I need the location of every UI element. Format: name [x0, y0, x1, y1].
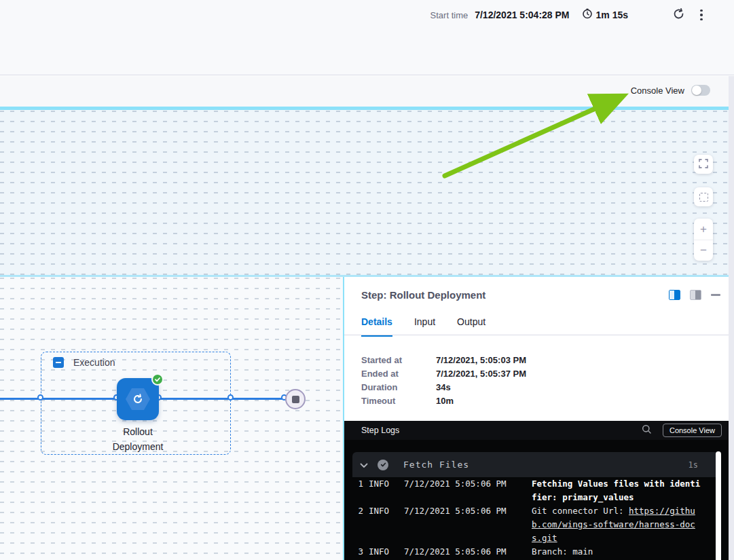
- search-icon[interactable]: [642, 424, 652, 437]
- fit-to-screen-icon: [699, 193, 708, 202]
- field-value: 7/12/2021, 5:05:03 PM: [436, 355, 526, 365]
- page-scrollbar[interactable]: [729, 76, 734, 560]
- field-label: Ended at: [361, 369, 436, 379]
- log-message: Branch: main: [532, 545, 701, 559]
- log-group-fetch-files[interactable]: Fetch Files 1s: [352, 452, 718, 477]
- logs-console-view-button[interactable]: Console View: [663, 424, 722, 437]
- step-logs-title: Step Logs: [361, 426, 399, 435]
- field-ended-at: Ended at 7/12/2021, 5:05:37 PM: [361, 367, 526, 380]
- node-caption-line2: Deployment: [84, 439, 192, 454]
- log-level: INFO: [369, 477, 394, 491]
- fullscreen-button[interactable]: [694, 155, 713, 174]
- log-line-number: 1: [352, 477, 363, 491]
- field-value: 10m: [436, 396, 454, 406]
- log-group-name: Fetch Files: [403, 460, 469, 470]
- logs-scrollbar-thumb[interactable]: [716, 451, 721, 560]
- execution-header: Start time 7/12/2021 5:04:28 PM 1m 15s: [0, 0, 734, 75]
- minimize-panel-button[interactable]: [711, 294, 720, 296]
- split-view-right-icon[interactable]: [669, 290, 680, 300]
- refresh-button[interactable]: [670, 7, 686, 23]
- zoom-in-button[interactable]: +: [694, 219, 713, 240]
- tab-details[interactable]: Details: [361, 316, 392, 337]
- canvas-controls: + −: [694, 155, 713, 261]
- field-label: Timeout: [361, 396, 436, 406]
- field-label: Duration: [361, 382, 436, 392]
- view-options-bar: Console View: [0, 76, 734, 107]
- fullscreen-icon: [699, 159, 708, 170]
- header-meta: Start time 7/12/2021 5:04:28 PM 1m 15s: [430, 7, 710, 23]
- log-line-number: 3: [352, 545, 363, 559]
- connector-dot: [37, 394, 43, 400]
- log-line-number: 2: [352, 504, 363, 518]
- toggle-knob: [692, 86, 701, 95]
- logs-viewer[interactable]: Fetch Files 1s 1 INFO 7/12/2021 5:05:06 …: [344, 440, 734, 560]
- panel-title: Step: Rollout Deployment: [361, 289, 485, 301]
- success-check-icon: [151, 373, 164, 386]
- start-time-value: 7/12/2021 5:04:28 PM: [475, 10, 569, 20]
- log-message: Git connector Url: https://github.com/wi…: [532, 504, 701, 545]
- pipeline-end-node[interactable]: [285, 389, 306, 409]
- log-group-duration: 1s: [689, 460, 698, 470]
- console-view-toggle[interactable]: [691, 85, 710, 96]
- field-value: 34s: [436, 382, 451, 392]
- log-lines: 1 INFO 7/12/2021 5:05:06 PM Fetching Val…: [352, 477, 718, 559]
- start-time-label: Start time: [430, 10, 469, 20]
- step-logs-header: Step Logs Console View: [344, 421, 734, 440]
- fit-to-screen-button[interactable]: [694, 187, 713, 206]
- log-timestamp: 7/12/2021 5:05:06 PM: [404, 477, 507, 491]
- stop-icon: [292, 396, 299, 403]
- connector-dot: [227, 394, 234, 400]
- pipeline-execution-page: Start time 7/12/2021 5:04:28 PM 1m 15s C…: [0, 0, 734, 560]
- panel-actions: [669, 290, 720, 300]
- rollout-deployment-node[interactable]: [117, 378, 159, 420]
- console-view-label: Console View: [631, 86, 684, 96]
- node-caption-line1: Rollout: [84, 424, 192, 439]
- chevron-down-icon: [360, 458, 368, 471]
- kebab-menu-icon: [700, 10, 703, 21]
- field-value: 7/12/2021, 5:05:37 PM: [436, 369, 526, 379]
- log-message-text: Git connector Url:: [532, 506, 629, 516]
- panel-header: Step: Rollout Deployment: [361, 289, 720, 301]
- tab-output[interactable]: Output: [457, 316, 485, 337]
- clock-icon: [582, 8, 593, 22]
- zoom-out-button[interactable]: −: [694, 240, 713, 261]
- logs-actions: Console View: [642, 424, 722, 437]
- elapsed-value: 1m 15s: [596, 10, 628, 20]
- tab-input[interactable]: Input: [414, 316, 435, 337]
- execution-group-label: Execution: [73, 357, 115, 368]
- field-timeout: Timeout 10m: [361, 394, 526, 407]
- field-started-at: Started at 7/12/2021, 5:05:03 PM: [361, 353, 526, 367]
- log-row: 2 INFO 7/12/2021 5:05:06 PM Git connecto…: [352, 504, 718, 545]
- field-label: Started at: [361, 355, 436, 365]
- field-duration: Duration 34s: [361, 380, 526, 394]
- elapsed-time: 1m 15s: [582, 8, 628, 22]
- step-detail-fields: Started at 7/12/2021, 5:05:03 PM Ended a…: [361, 353, 526, 407]
- group-success-icon: [378, 460, 388, 470]
- log-row: 1 INFO 7/12/2021 5:05:06 PM Fetching Val…: [352, 477, 718, 504]
- panel-tabs: Details Input Output: [361, 316, 485, 337]
- log-level: INFO: [369, 504, 394, 518]
- collapse-group-icon[interactable]: [53, 357, 64, 368]
- log-timestamp: 7/12/2021 5:05:06 PM: [404, 504, 507, 518]
- node-caption: Rollout Deployment: [84, 424, 192, 454]
- log-message: Fetching Values files with identifier: p…: [532, 477, 701, 504]
- log-level: INFO: [369, 545, 394, 559]
- execution-group-header: Execution: [53, 357, 115, 368]
- more-options-button[interactable]: [693, 7, 710, 23]
- split-view-bottom-icon[interactable]: [690, 290, 701, 300]
- rollout-icon: [126, 388, 150, 410]
- refresh-icon: [672, 7, 685, 22]
- console-view-control: Console View: [631, 85, 710, 96]
- step-details-panel: Step: Rollout Deployment Details Input O…: [343, 277, 734, 560]
- log-row: 3 INFO 7/12/2021 5:05:06 PM Branch: main: [352, 545, 718, 559]
- zoom-controls: + −: [694, 219, 713, 261]
- tabs-divider: [344, 335, 734, 335]
- log-timestamp: 7/12/2021 5:05:06 PM: [404, 545, 507, 559]
- stage-graph-canvas[interactable]: [0, 110, 734, 275]
